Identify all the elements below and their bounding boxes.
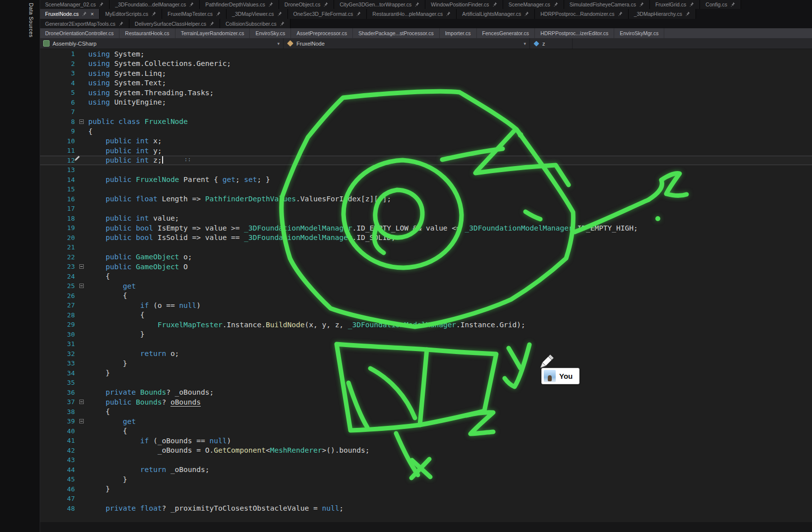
code-line-42[interactable]: 42 _oBounds = O.GetComponent<MeshRendere…: [40, 446, 812, 456]
tab-fruxelmaptester-cs[interactable]: FruxelMapTester.cs: [162, 9, 227, 19]
code-line-2[interactable]: 2using System.Collections.Generic;: [40, 59, 812, 69]
code-line-26[interactable]: 26 {: [40, 291, 812, 301]
code-line-30[interactable]: 30 }: [40, 330, 812, 340]
tab-terrainlayerrandomizer-cs[interactable]: TerrainLayerRandomizer.cs: [175, 28, 250, 38]
code-line-25[interactable]: 25 get: [40, 281, 812, 291]
fold-collapse-icon[interactable]: [79, 119, 84, 124]
project-dropdown[interactable]: Assembly-CSharp ▾: [40, 38, 284, 49]
code-line-14[interactable]: 14 public FruxelNode Parent { get; set; …: [40, 175, 812, 185]
code-line-24[interactable]: 24 {: [40, 272, 812, 282]
tab-fruxelgrid-cs[interactable]: FruxelGrid.cs: [650, 0, 700, 9]
code-line-9[interactable]: 9{: [40, 126, 812, 136]
code-line-44[interactable]: 44 return _oBounds;: [40, 465, 812, 475]
code-line-22[interactable]: 22 public GameObject o;: [40, 252, 812, 262]
tab-windowpositionfinder-cs[interactable]: WindowPositionFinder.cs: [425, 0, 503, 9]
code-line-21[interactable]: 21: [40, 242, 812, 252]
tab-droneorientationcontroller-cs[interactable]: DroneOrientationController.cs: [40, 28, 119, 38]
type-dropdown[interactable]: FruxelNode ▾: [284, 38, 530, 49]
code-line-15[interactable]: 15: [40, 184, 812, 194]
tab-generator2exportmaptools-cs[interactable]: Generator2ExportMapTools.cs: [40, 19, 129, 28]
code-line-27[interactable]: 27 if (o == null): [40, 300, 812, 310]
tab-envirosky-cs[interactable]: EnviroSky.cs: [250, 28, 291, 38]
tab-label: TerrainLayerRandomizer.cs: [181, 30, 244, 36]
code-line-45[interactable]: 45 }: [40, 474, 812, 484]
tab-enviroskymgr-cs[interactable]: EnviroSkyMgr.cs: [614, 28, 664, 38]
code-line-6[interactable]: 6using UnityEngine;: [40, 98, 812, 108]
line-number: 47: [40, 495, 75, 502]
code-line-20[interactable]: 20 public bool IsSolid => value == _3DFo…: [40, 233, 812, 243]
code-line-17[interactable]: 17: [40, 204, 812, 214]
tab-myeditorscripts-cs[interactable]: MyEditorScripts.cs: [100, 9, 162, 19]
tab--3dfoundatio-delmanager-cs[interactable]: _3DFoundatio...delManager.cs: [110, 0, 200, 9]
tab-fruxelnode-cs[interactable]: FruxelNode.cs×: [40, 9, 100, 19]
code-line-33[interactable]: 33 }: [40, 358, 812, 368]
tab-label: RestaurantHook.cs: [125, 30, 169, 36]
code-line-16[interactable]: 16 public float Length => PathfinderDept…: [40, 194, 812, 204]
tab-deliverysurfaceclasshelper-cs[interactable]: DeliverySurfaceClassHelper.cs: [129, 19, 220, 28]
fold-collapse-icon[interactable]: [79, 400, 84, 404]
code-line-32[interactable]: 32 return o;: [40, 349, 812, 359]
tab-scenemanager-cs[interactable]: SceneManager.cs: [503, 0, 564, 9]
code-line-13[interactable]: 13: [40, 165, 812, 175]
code-line-11[interactable]: 11 public int y;: [40, 146, 812, 156]
tab-restaurantho-plemanager-cs[interactable]: RestaurantHo...pleManager.cs: [367, 9, 457, 19]
code-line-31[interactable]: 31: [40, 339, 812, 349]
line-number: 17: [40, 205, 75, 212]
tab-hdrppostproc-randomizer-cs[interactable]: HDRPPostproc...Randomizer.cs: [535, 9, 628, 19]
tab-label: DroneOrientationController.cs: [45, 30, 114, 36]
code-line-19[interactable]: 19 public bool IsEmpty => value >= _3DFo…: [40, 223, 812, 233]
tab-citygen3dgen-torwrapper-cs[interactable]: CityGen3DGen...torWrapper.cs: [334, 0, 425, 9]
tab-assetpreprocessor-cs[interactable]: AssetPreprocessor.cs: [291, 28, 353, 38]
code-text: using System.Text;: [88, 79, 166, 87]
code-line-41[interactable]: 41 if (_oBounds == null): [40, 436, 812, 446]
code-line-35[interactable]: 35: [40, 378, 812, 388]
code-line-1[interactable]: 1using System;: [40, 49, 812, 59]
code-line-37[interactable]: 37 public Bounds? oBounds: [40, 397, 812, 407]
fold-collapse-icon[interactable]: [79, 419, 84, 423]
tab--3dmaphierarchy-cs[interactable]: _3DMapHierarchy.cs: [629, 9, 696, 19]
fold-collapse-icon[interactable]: [79, 284, 84, 288]
tab-simulatedfisheyecamera-cs[interactable]: SimulatedFisheyeCamera.cs: [564, 0, 650, 9]
code-line-10[interactable]: 10 public int x;: [40, 136, 812, 146]
code-line-29[interactable]: 29 FruxelMapTester.Instance.BuildNode(x,…: [40, 320, 812, 330]
tab-droneobject-cs[interactable]: DroneObject.cs: [279, 0, 334, 9]
code-line-5[interactable]: 5using System.Threading.Tasks;: [40, 88, 812, 98]
code-line-34[interactable]: 34 }: [40, 368, 812, 378]
tab-fencesgenerator-cs[interactable]: FencesGenerator.cs: [477, 28, 535, 38]
tab-pathfinderdepthvalues-cs[interactable]: PathfinderDepthValues.cs: [200, 0, 279, 9]
code-line-18[interactable]: 18 public int value;: [40, 214, 812, 224]
code-line-46[interactable]: 46 }: [40, 484, 812, 494]
tab-config-cs[interactable]: Config.cs: [700, 0, 741, 9]
member-name: z: [542, 41, 545, 47]
code-line-28[interactable]: 28 {: [40, 310, 812, 320]
code-line-4[interactable]: 4using System.Text;: [40, 78, 812, 88]
code-line-40[interactable]: 40 {: [40, 426, 812, 436]
tab-scenemanager-02-cs[interactable]: SceneManager_02.cs: [40, 0, 110, 9]
member-dropdown[interactable]: z: [530, 38, 573, 49]
tab-onesec3d-fileformat-cs[interactable]: OneSec3D_FileFormat.cs: [288, 9, 367, 19]
code-line-12[interactable]: 12 public int z;: [40, 156, 812, 166]
tab-restauranthook-cs[interactable]: RestaurantHook.cs: [119, 28, 175, 38]
code-line-36[interactable]: 36 private Bounds? _oBounds;: [40, 388, 812, 398]
code-line-7[interactable]: 7: [40, 107, 812, 117]
code-line-23[interactable]: 23 public GameObject O: [40, 262, 812, 272]
code-editor[interactable]: 1using System;2using System.Collections.…: [40, 49, 812, 522]
code-line-39[interactable]: 39 get: [40, 416, 812, 426]
code-line-8[interactable]: 8public class FruxelNode: [40, 117, 812, 127]
tab-importer-cs[interactable]: Importer.cs: [440, 28, 477, 38]
fold-column: [75, 400, 88, 404]
code-line-48[interactable]: 48 private float? _proximityToClosestObs…: [40, 504, 812, 514]
data-sources-tab[interactable]: Data Sources: [28, 3, 34, 38]
tab-close-icon[interactable]: ×: [91, 11, 94, 17]
code-line-43[interactable]: 43: [40, 455, 812, 465]
tab--3dmapviewer-cs[interactable]: _3DMapViewer.cs: [227, 9, 288, 19]
code-line-3[interactable]: 3using System.Linq;: [40, 68, 812, 78]
code-line-38[interactable]: 38 {: [40, 407, 812, 417]
tab-artificiallightsmanager-cs[interactable]: ArtificialLightsManager.cs: [457, 9, 535, 19]
tab-hdrppostproc-izereditor-cs[interactable]: HDRPPostproc...izerEditor.cs: [535, 28, 614, 38]
code-line-47[interactable]: 47: [40, 494, 812, 504]
class-icon: [287, 40, 293, 47]
tab-collisionsubscriber-cs[interactable]: CollisionSubscriber.cs: [220, 19, 290, 28]
tab-shaderpackage-stprocessor-cs[interactable]: ShaderPackage...stProcessor.cs: [353, 28, 440, 38]
fold-collapse-icon[interactable]: [79, 264, 84, 269]
